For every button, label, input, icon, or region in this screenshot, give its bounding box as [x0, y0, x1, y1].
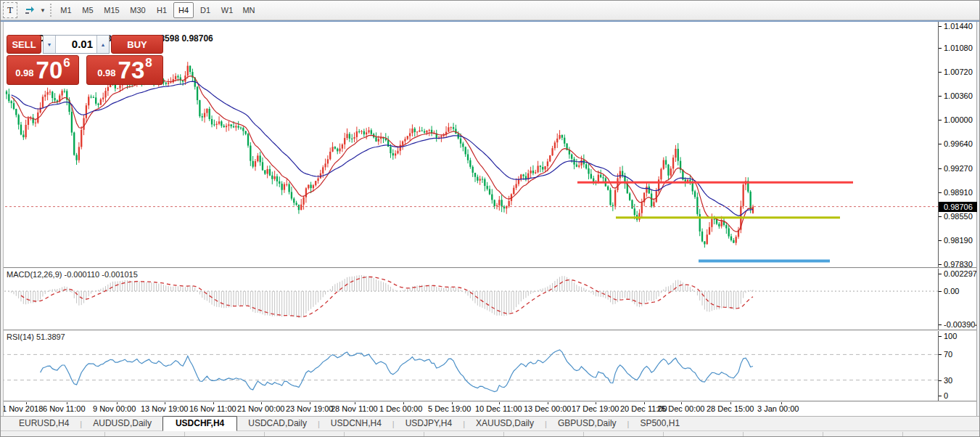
timeframe-button-h4[interactable]: H4 — [173, 2, 194, 18]
chart-tab-usdcnh-h4[interactable]: USDCNH,H4 — [320, 417, 392, 430]
rsi-axis-label: 30 — [939, 376, 952, 385]
price-axis-label: 1.00360 — [939, 91, 973, 101]
macd-value-main: -0.000110 — [64, 270, 99, 279]
macd-axis[interactable]: 0.0022970.00-0.003904 — [938, 269, 976, 330]
price-axis-label: 0.99270 — [939, 164, 973, 173]
buy-price-big: 73 — [118, 60, 145, 81]
macd-axis-label: 0.002297 — [939, 269, 977, 279]
timeframe-button-h1[interactable]: H1 — [152, 2, 172, 18]
price-axis-label: 1.00720 — [939, 68, 973, 77]
time-axis-label: 23 Nov 19:00 — [286, 404, 333, 413]
lot-size-stepper: ▼ 0.01 ▲ — [43, 35, 110, 54]
time-axis-tick — [499, 402, 500, 404]
sell-price-button[interactable]: 0.98 70 6 — [7, 55, 79, 85]
lot-size-input[interactable]: 0.01 — [56, 36, 96, 53]
time-axis[interactable]: 1 Nov 20186 Nov 11:009 Nov 00:0013 Nov 1… — [1, 402, 976, 416]
price-axis-label: 1.01440 — [939, 22, 973, 31]
status-bar-separator — [344, 432, 345, 437]
chart-tab-sp500-h1[interactable]: SP500,H1 — [629, 417, 691, 430]
chart-tab-xauusd-daily[interactable]: XAUUSD,Daily — [465, 417, 545, 430]
rsi-axis-label: 0 — [939, 391, 948, 401]
timeframe-button-mn[interactable]: MN — [239, 2, 259, 18]
time-axis-label: 17 Dec 19:00 — [572, 404, 619, 413]
lot-decrease-button[interactable]: ▼ — [44, 36, 56, 53]
time-axis-tick — [548, 402, 548, 404]
sell-button[interactable]: SELL — [7, 35, 41, 54]
chart-tabs-bar: EURUSD,H4|AUDUSD,DailyUSDCHF,H4USDCAD,Da… — [1, 416, 980, 430]
status-bar — [1, 430, 980, 437]
rsi-pane[interactable] — [1, 331, 938, 401]
timeframe-button-m1[interactable]: M1 — [56, 2, 76, 18]
time-axis-tick — [165, 402, 165, 404]
status-bar-separator — [503, 432, 504, 437]
text-label-tool-button[interactable]: T — [3, 2, 17, 18]
rsi-value: 51.3897 — [36, 332, 65, 341]
time-axis-label: 21 Nov 00:00 — [237, 404, 284, 413]
time-axis-tick — [452, 402, 453, 404]
chart-tab-gbpusd-daily[interactable]: GBPUSD,Daily — [547, 417, 627, 430]
chart-tab-audusd-daily[interactable]: AUDUSD,Daily — [82, 417, 162, 430]
macd-axis-label: 0.00 — [939, 287, 959, 296]
price-axis-label: 0.99640 — [939, 139, 973, 149]
status-bar-separator — [264, 432, 265, 437]
timeframe-button-m5[interactable]: M5 — [78, 2, 98, 18]
time-axis-label: 13 Dec 00:00 — [524, 404, 571, 413]
time-axis-tick — [26, 402, 27, 404]
lot-increase-button[interactable]: ▲ — [96, 36, 109, 53]
one-click-trading-panel: SELL ▼ 0.01 ▲ BUY 0.98 70 6 0.98 73 8 — [7, 35, 163, 85]
pane-splitter[interactable] — [1, 330, 976, 331]
status-bar-separator — [663, 432, 664, 437]
rsi-axis-label: 70 — [939, 350, 952, 359]
time-axis-tick — [213, 402, 214, 404]
macd-axis-label: -0.003904 — [939, 320, 980, 330]
chart-tab-usdcad-daily[interactable]: USDCAD,Daily — [237, 417, 318, 430]
toolbar-accent-line — [1, 20, 980, 22]
rsi-canvas[interactable] — [1, 331, 938, 401]
time-axis-label: 13 Nov 19:00 — [141, 404, 188, 413]
rsi-axis-label: 100 — [939, 332, 957, 341]
time-axis-label: 25 Dec 00:00 — [657, 404, 704, 413]
chart-tab-usdchf-h4[interactable]: USDCHF,H4 — [162, 416, 237, 431]
rsi-name: RSI(14) — [7, 332, 34, 341]
macd-pane[interactable] — [1, 269, 938, 330]
buy-button[interactable]: BUY — [111, 35, 163, 54]
buy-price-button[interactable]: 0.98 73 8 — [86, 55, 163, 85]
pane-left-grip — [1, 21, 4, 416]
macd-canvas[interactable] — [1, 269, 938, 330]
macd-value-signal: -0.001015 — [102, 270, 138, 279]
time-axis-label: 6 Nov 11:00 — [43, 404, 86, 413]
timeframe-button-d1[interactable]: D1 — [195, 2, 215, 18]
rsi-axis[interactable]: 10070300 — [938, 331, 976, 401]
toolbar: T ▼ M1M5M15M30H1H4D1W1MN — [1, 1, 980, 20]
timeframe-button-m30[interactable]: M30 — [125, 2, 150, 18]
timeframe-button-w1[interactable]: W1 — [217, 2, 237, 18]
chevron-down-icon[interactable]: ▼ — [38, 2, 47, 18]
time-axis-tick — [730, 402, 731, 404]
time-axis-tick — [117, 402, 118, 404]
time-axis-label: 16 Nov 11:00 — [189, 404, 236, 413]
status-bar-separator — [424, 432, 424, 437]
time-axis-tick — [310, 402, 310, 404]
mt4-window: T ▼ M1M5M15M30H1H4D1W1MN 1.014401.010801… — [0, 0, 980, 437]
status-bar-separator — [583, 432, 584, 437]
time-axis-tick — [781, 402, 782, 404]
status-bar-separator — [184, 432, 185, 437]
buy-price-pip: 8 — [145, 56, 152, 70]
time-axis-label: 9 Nov 00:00 — [93, 404, 136, 413]
sell-price-big: 70 — [36, 60, 63, 81]
timeframe-button-m15[interactable]: M15 — [99, 2, 124, 18]
swap-arrows-icon[interactable] — [21, 2, 38, 18]
pane-splitter[interactable] — [1, 267, 976, 269]
chart-tab-eurusd-h4[interactable]: EURUSD,H4 — [8, 417, 80, 430]
time-axis-label: 1 Dec 00:00 — [379, 404, 422, 413]
chart-tab-usdjpy-h4[interactable]: USDJPY,H4 — [395, 417, 463, 430]
macd-name: MACD(12,26,9) — [7, 270, 62, 279]
status-bar-separator — [743, 432, 744, 437]
price-axis[interactable]: 1.014401.010801.007201.003601.000000.996… — [938, 21, 976, 267]
price-axis-label: 1.01080 — [939, 44, 973, 53]
time-axis-tick — [67, 402, 67, 404]
price-axis-label: 1.00000 — [939, 115, 973, 125]
pane-splitter[interactable] — [1, 401, 976, 402]
time-axis-tick — [403, 402, 404, 404]
macd-label: MACD(12,26,9) -0.000110 -0.001015 — [7, 270, 138, 279]
